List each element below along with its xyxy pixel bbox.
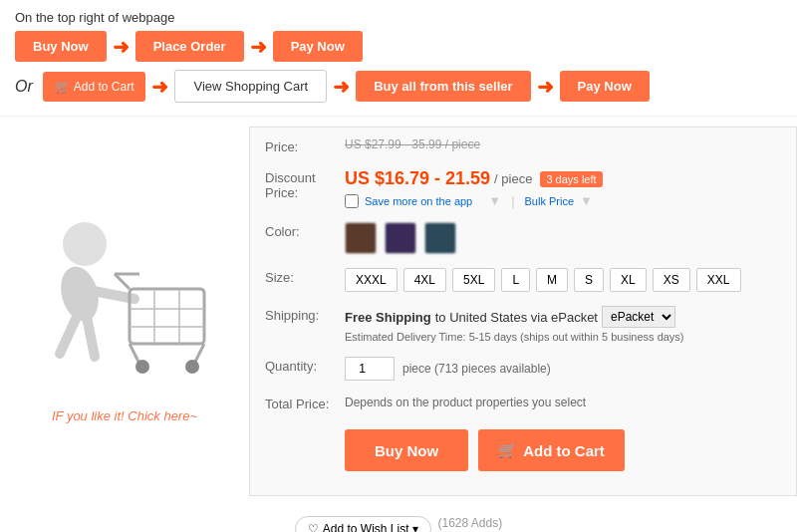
arrow-icon-1: ➜ xyxy=(113,35,130,59)
quantity-row: Quantity: piece (713 pieces available) xyxy=(265,357,781,381)
size-xl[interactable]: XL xyxy=(610,268,647,292)
shipping-row: Shipping: Free Shipping to United States… xyxy=(265,306,781,343)
shipping-label: Shipping: xyxy=(265,306,345,323)
discount-price-row: DiscountPrice: US $16.79 - 21.59 / piece… xyxy=(265,168,781,208)
discount-label: DiscountPrice: xyxy=(265,168,345,200)
svg-point-0 xyxy=(63,222,107,266)
color-row: Color: xyxy=(265,222,781,254)
cart-icon-large: 🛒 xyxy=(498,441,517,459)
quantity-input[interactable] xyxy=(345,357,395,381)
heart-icon: ♡ xyxy=(308,522,319,532)
view-shopping-cart-button[interactable]: View Shopping Cart xyxy=(174,70,327,103)
discount-value: US $16.79 - 21.59 / piece 3 days left Sa… xyxy=(345,168,781,208)
pay-now-button-top[interactable]: Pay Now xyxy=(273,31,363,62)
quantity-label: Quantity: xyxy=(265,357,345,374)
size-xs[interactable]: XS xyxy=(653,268,690,292)
price-row: Price: US $27.99 - 35.99 / piece xyxy=(265,137,781,154)
arrow-icon-5: ➜ xyxy=(537,75,554,99)
place-order-button[interactable]: Place Order xyxy=(135,31,244,62)
buy-now-button-top[interactable]: Buy Now xyxy=(15,31,107,62)
total-price-row: Total Price: Depends on the product prop… xyxy=(265,395,781,411)
price-label: Price: xyxy=(265,137,345,154)
size-row: Size: XXXL 4XL 5XL L M S XL XS XXL xyxy=(265,268,781,292)
size-xxl[interactable]: XXL xyxy=(696,268,741,292)
discount-price-range: US $16.79 - 21.59 xyxy=(345,168,490,189)
total-note-text: Depends on the product properties you se… xyxy=(345,396,586,409)
cart-icon-small: 🛒 xyxy=(55,80,70,94)
action-buttons-row: Buy Now 🛒 Add to Cart xyxy=(265,425,781,471)
action-buttons: Buy Now 🛒 Add to Cart xyxy=(345,429,625,471)
wish-list-row: ♡ Add to Wish List ▾ (1628 Adds) xyxy=(0,506,797,532)
color-swatch-3[interactable] xyxy=(424,222,456,254)
instruction-text: On the top right of webpage xyxy=(15,10,782,25)
size-s[interactable]: S xyxy=(574,268,604,292)
free-shipping-text: Free Shipping xyxy=(345,310,431,325)
product-image-area: IF you like it! Chick here~ xyxy=(0,127,249,496)
color-swatch-2[interactable] xyxy=(385,222,416,254)
price-unit: / piece xyxy=(494,171,532,186)
checkout-flow-row2: Or 🛒 Add to Cart ➜ View Shopping Cart ➜ … xyxy=(15,70,782,103)
product-details-panel: Price: US $27.99 - 35.99 / piece Discoun… xyxy=(249,127,797,496)
size-options: XXXL 4XL 5XL L M S XL XS XXL xyxy=(345,268,781,292)
arrow-icon-3: ➜ xyxy=(151,75,168,99)
size-4xl[interactable]: 4XL xyxy=(403,268,446,292)
shipping-value: Free Shipping to United States via ePack… xyxy=(345,306,781,343)
arrow-icon-4: ➜ xyxy=(333,75,350,99)
svg-rect-5 xyxy=(130,289,204,344)
days-left-badge: 3 days left xyxy=(540,171,602,187)
save-app-checkbox[interactable] xyxy=(345,194,359,208)
or-label: Or xyxy=(15,78,33,96)
quantity-value: piece (713 pieces available) xyxy=(345,357,781,381)
total-value: Depends on the product properties you se… xyxy=(345,395,781,409)
save-app-link[interactable]: Save more on the app xyxy=(365,195,472,207)
arrow-icon-2: ➜ xyxy=(250,35,267,59)
svg-line-8 xyxy=(130,344,139,364)
promo-text: IF you like it! Chick here~ xyxy=(52,408,197,423)
action-spacer xyxy=(265,425,345,427)
original-price: US $27.99 - 35.99 / piece xyxy=(345,137,781,151)
size-m[interactable]: M xyxy=(536,268,568,292)
color-label: Color: xyxy=(265,222,345,239)
svg-line-6 xyxy=(115,274,130,289)
size-5xl[interactable]: 5XL xyxy=(452,268,495,292)
size-xxxl[interactable]: XXXL xyxy=(345,268,398,292)
product-section: IF you like it! Chick here~ Price: US $2… xyxy=(0,116,797,506)
wish-list-label: Add to Wish List xyxy=(323,522,409,532)
svg-point-11 xyxy=(185,360,199,374)
total-label: Total Price: xyxy=(265,395,345,411)
shipping-method-select[interactable]: ePacket xyxy=(602,306,675,328)
shipping-note: Estimated Delivery Time: 5-15 days (ship… xyxy=(345,331,781,343)
buy-from-seller-button[interactable]: Buy all from this seller xyxy=(356,71,530,102)
quantity-note: piece (713 pieces available) xyxy=(402,362,551,376)
size-label: Size: xyxy=(265,268,345,285)
price-value: US $27.99 - 35.99 / piece xyxy=(345,137,781,151)
size-l[interactable]: L xyxy=(501,268,530,292)
svg-line-4 xyxy=(87,317,95,357)
product-image xyxy=(25,199,224,399)
add-to-cart-button-main[interactable]: 🛒 Add to Cart xyxy=(478,429,625,471)
checkout-flow-row1: Buy Now ➜ Place Order ➜ Pay Now xyxy=(15,31,782,62)
color-swatches xyxy=(345,222,781,254)
wish-list-button[interactable]: ♡ Add to Wish List ▾ xyxy=(295,516,432,532)
shipping-destination: to United States via ePacket xyxy=(435,310,598,325)
buy-now-button-main[interactable]: Buy Now xyxy=(345,429,468,471)
wish-dropdown-icon: ▾ xyxy=(412,522,418,532)
add-to-cart-button-small[interactable]: 🛒 Add to Cart xyxy=(43,72,146,102)
svg-line-3 xyxy=(60,317,77,354)
wish-count: (1628 Adds) xyxy=(437,516,502,532)
color-swatch-1[interactable] xyxy=(345,222,377,254)
bulk-price-link[interactable]: Bulk Price xyxy=(525,195,575,207)
pay-now-button-row2[interactable]: Pay Now xyxy=(560,71,650,102)
svg-point-10 xyxy=(135,360,149,374)
